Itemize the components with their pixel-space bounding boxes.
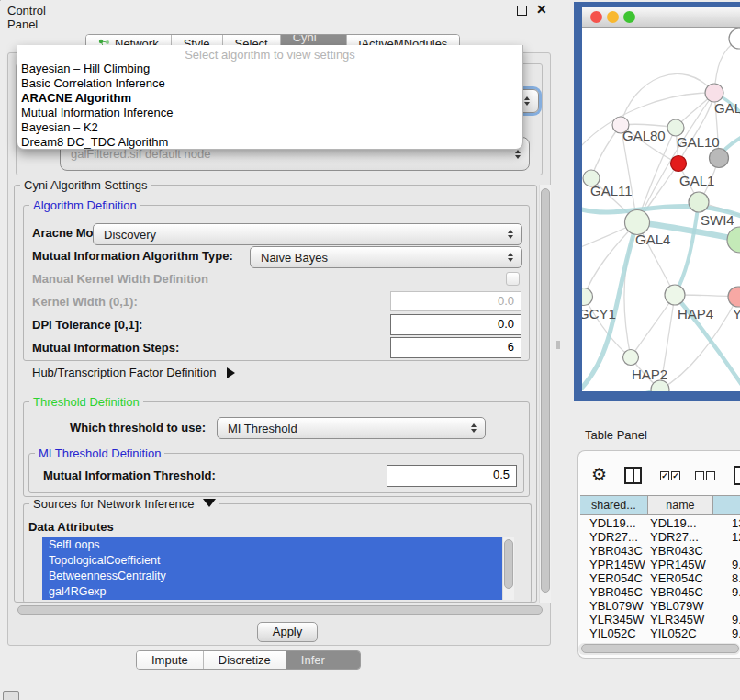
mi-threshold-label: Mutual Information Threshold: bbox=[43, 469, 216, 482]
combo-spinner-icon bbox=[503, 230, 521, 239]
network-canvas[interactable]: GALGAL80GAL10GAL1GAL11SWI4GAL4GCY1HAP4YH… bbox=[582, 28, 740, 391]
dropdown-item[interactable]: Bayesian – Hill Climbing bbox=[17, 62, 522, 76]
sources-legend[interactable]: Sources for Network Inference bbox=[29, 497, 219, 511]
collapsed-arrow-icon bbox=[227, 367, 235, 378]
zoom-traffic-light-icon[interactable] bbox=[623, 11, 635, 23]
network-node[interactable] bbox=[671, 156, 687, 172]
control-panel-title: Control Panel bbox=[7, 4, 46, 31]
table-row[interactable]: YBR043CYBR043C bbox=[580, 544, 740, 558]
kernel-width-label: Kernel Width (0,1): bbox=[32, 295, 138, 309]
mi-threshold-field[interactable]: 0.5 bbox=[387, 465, 517, 487]
node-label: GAL4 bbox=[635, 231, 670, 247]
table-rows[interactable]: YDL19...YDL19...13YDR27...YDR27...12YBR0… bbox=[580, 516, 740, 638]
column-header[interactable] bbox=[713, 496, 740, 514]
node-label: GCY1 bbox=[582, 306, 616, 322]
data-attributes-list[interactable]: SelfLoopsTopologicalCoefficientBetweenne… bbox=[42, 537, 502, 600]
cyni-settings-legend: Cyni Algorithm Settings bbox=[20, 178, 151, 192]
node-label: GAL bbox=[714, 100, 740, 116]
expanded-arrow-icon bbox=[203, 499, 216, 507]
mi-steps-field[interactable]: 6 bbox=[390, 337, 521, 358]
node-label: HAP2 bbox=[632, 367, 667, 382]
table-panel-title: Table Panel bbox=[585, 428, 647, 442]
node-label: GAL80 bbox=[622, 128, 666, 143]
hub-definition-toggle[interactable]: Hub/Transcription Factor Definition bbox=[32, 366, 235, 379]
table-horizontal-scrollbar[interactable] bbox=[578, 643, 740, 655]
dropdown-item[interactable]: Mutual Information Inference bbox=[17, 106, 522, 120]
network-graph: GALGAL80GAL10GAL1GAL11SWI4GAL4GCY1HAP4YH… bbox=[582, 28, 740, 391]
node-label: GAL10 bbox=[677, 134, 720, 150]
aracne-mode-combo[interactable]: Discovery bbox=[93, 223, 522, 245]
deselect-all-checkboxes-icon[interactable] bbox=[695, 471, 715, 480]
attributes-scrollbar[interactable] bbox=[502, 537, 514, 600]
node-label: GAL11 bbox=[590, 183, 633, 198]
network-node[interactable] bbox=[665, 285, 685, 305]
settings-horizontal-scrollbar[interactable] bbox=[16, 604, 546, 616]
attribute-item[interactable]: gal4RGexp bbox=[42, 584, 502, 600]
tab-discretize-data[interactable]: Discretize Data bbox=[204, 651, 286, 669]
network-view-window: GALGAL80GAL10GAL1GAL11SWI4GAL4GCY1HAP4YH… bbox=[574, 2, 740, 401]
close-traffic-light-icon[interactable] bbox=[590, 11, 602, 23]
apply-button[interactable]: Apply bbox=[257, 622, 318, 642]
kernel-width-field[interactable]: 0.0 bbox=[390, 291, 521, 311]
dropdown-items: Bayesian – Hill ClimbingBasic Correlatio… bbox=[17, 62, 522, 150]
dropdown-item[interactable]: Dream8 DC_TDC Algorithm bbox=[17, 135, 522, 150]
node-label: Y bbox=[733, 306, 740, 322]
network-node[interactable] bbox=[623, 350, 639, 366]
table-row[interactable]: YPR145WYPR145W9. bbox=[580, 558, 740, 571]
close-icon[interactable]: ✕ bbox=[536, 2, 547, 17]
minimized-panel-icon[interactable] bbox=[3, 691, 19, 700]
dpi-tolerance-label: DPI Tolerance [0,1]: bbox=[32, 318, 142, 332]
dropdown-prompt: Select algorithm to view settings bbox=[17, 48, 522, 62]
network-node[interactable] bbox=[710, 149, 729, 168]
table-header-row[interactable]: shared...name bbox=[580, 495, 740, 515]
dropdown-item[interactable]: Bayesian – K2 bbox=[17, 120, 522, 135]
attribute-item[interactable]: BetweennessCentrality bbox=[42, 569, 502, 584]
node-label: HAP4 bbox=[678, 306, 713, 322]
settings-vertical-scrollbar[interactable] bbox=[539, 185, 551, 603]
table-row[interactable]: YDL19...YDL19...13 bbox=[580, 516, 740, 530]
node-label: GAL1 bbox=[679, 173, 714, 188]
minimize-traffic-light-icon[interactable] bbox=[607, 11, 619, 23]
table-row[interactable]: YDR27...YDR27...12 bbox=[580, 530, 740, 544]
panel-divider-handle[interactable] bbox=[556, 341, 560, 349]
network-node[interactable] bbox=[728, 287, 740, 307]
which-threshold-combo[interactable]: MI Threshold bbox=[217, 417, 486, 439]
network-node[interactable] bbox=[689, 192, 709, 212]
algorithm-definition-legend: Algorithm Definition bbox=[29, 198, 140, 212]
manual-kernel-checkbox[interactable] bbox=[506, 272, 520, 286]
float-window-icon[interactable] bbox=[517, 6, 527, 16]
combo-spinner-icon bbox=[510, 150, 529, 159]
dropdown-item[interactable]: ARACNE Algorithm bbox=[17, 91, 522, 106]
tab-impute-data[interactable]: Impute Data bbox=[137, 651, 204, 669]
mi-type-label: Mutual Information Algorithm Type: bbox=[32, 249, 233, 263]
table-row[interactable]: YER054CYER054C8. bbox=[580, 571, 740, 585]
algorithm-dropdown-popup: Select algorithm to view settings Bayesi… bbox=[17, 45, 523, 150]
mi-algorithm-type-combo[interactable]: Naive Bayes bbox=[250, 246, 522, 268]
manual-kernel-label: Manual Kernel Width Definition bbox=[32, 272, 208, 286]
column-header[interactable]: name bbox=[648, 496, 714, 514]
dpi-tolerance-field[interactable]: 0.0 bbox=[390, 314, 521, 335]
function-builder-icon[interactable] bbox=[734, 466, 740, 485]
attribute-item[interactable]: TopologicalCoefficient bbox=[42, 553, 502, 569]
network-node[interactable] bbox=[705, 84, 723, 102]
network-node[interactable] bbox=[727, 227, 740, 253]
network-window-titlebar[interactable] bbox=[582, 7, 740, 28]
mi-steps-label: Mutual Information Steps: bbox=[32, 341, 179, 355]
mi-threshold-legend: MI Threshold Definition bbox=[35, 446, 164, 460]
table-settings-gear-icon[interactable]: ⚙ bbox=[591, 466, 607, 483]
tab-infer-network[interactable]: Infer Network bbox=[286, 651, 360, 669]
table-panel: ⚙ ✓✓ shared...name YDL19...YDL19...13YDR… bbox=[577, 450, 740, 659]
data-attributes-label: Data Attributes bbox=[28, 520, 114, 534]
column-selector-icon[interactable] bbox=[624, 467, 642, 484]
table-row[interactable]: YBR045CYBR045C9. bbox=[580, 585, 740, 599]
control-panel-window: Control Panel ✕ NetworkStyleSelectCyni T… bbox=[0, 0, 1, 1]
threshold-definition-legend: Threshold Definition bbox=[29, 395, 143, 409]
select-all-checkboxes-icon[interactable]: ✓✓ bbox=[660, 471, 680, 480]
table-row[interactable]: YLR345WYLR345W9. bbox=[580, 613, 740, 627]
table-row[interactable]: YIL052CYIL052C9. bbox=[580, 627, 740, 638]
network-node[interactable] bbox=[582, 288, 593, 306]
dropdown-item[interactable]: Basic Correlation Inference bbox=[17, 76, 522, 91]
attribute-item[interactable]: SelfLoops bbox=[42, 537, 502, 553]
table-row[interactable]: YBL079WYBL079W bbox=[580, 599, 740, 613]
column-header[interactable]: shared... bbox=[580, 496, 648, 514]
